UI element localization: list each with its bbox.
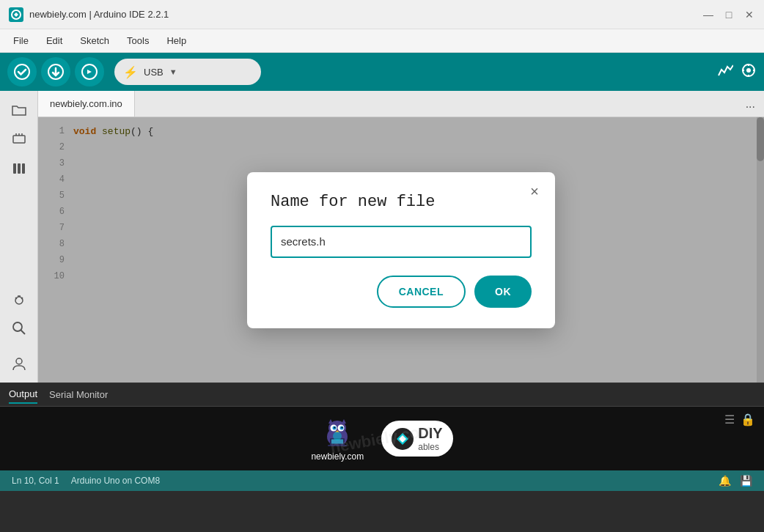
sidebar-library-icon[interactable] xyxy=(6,155,32,182)
toolbar-right xyxy=(717,62,757,82)
svg-point-22 xyxy=(13,322,22,331)
svg-point-1 xyxy=(15,64,29,79)
window-title: newbiely.com | Arduino IDE 2.2.1 xyxy=(29,9,697,20)
svg-rect-10 xyxy=(13,136,25,143)
window-controls: — □ ✕ xyxy=(702,9,755,21)
toolbar: ⚡ USB ▼ xyxy=(0,53,764,91)
svg-rect-37 xyxy=(328,445,347,446)
bottom-right-icons: ☰ 🔒 xyxy=(724,413,755,426)
status-bar-right: 🔔 💾 xyxy=(719,475,752,487)
sidebar-profile-icon[interactable] xyxy=(6,350,32,377)
cursor-position: Ln 10, Col 1 xyxy=(12,476,59,486)
port-label: USB xyxy=(144,67,164,78)
app-logo xyxy=(9,7,23,22)
serial-monitor-button[interactable] xyxy=(741,62,757,82)
modal-buttons: CANCEL OK xyxy=(271,276,532,308)
bottom-logo-area: newbiely.com DIY ables xyxy=(311,416,452,462)
list-icon[interactable]: ☰ xyxy=(724,413,735,426)
menu-file[interactable]: File xyxy=(6,32,36,49)
svg-rect-15 xyxy=(18,163,21,174)
main-area: newbiely.com.ino ... newbiely.com 1 void… xyxy=(0,91,764,383)
bottom-tab-bar: Output Serial Monitor xyxy=(0,383,764,407)
modal-title: Name for new file xyxy=(271,193,532,211)
code-editor[interactable]: newbiely.com 1 void setup() { 2 3 4 5 6 xyxy=(38,117,764,383)
modal-close-button[interactable]: × xyxy=(526,184,543,202)
owl-icon xyxy=(319,416,356,448)
svg-point-5 xyxy=(746,68,751,73)
title-bar: newbiely.com | Arduino IDE 2.2.1 — □ ✕ xyxy=(0,0,764,29)
board-port: Arduino Uno on COM8 xyxy=(71,476,160,486)
debug-button[interactable] xyxy=(75,57,104,86)
ok-button[interactable]: OK xyxy=(474,276,532,308)
port-selector[interactable]: ⚡ USB ▼ xyxy=(114,59,261,85)
svg-line-23 xyxy=(21,330,25,335)
sidebar-search-icon[interactable] xyxy=(6,315,32,341)
usb-icon: ⚡ xyxy=(123,65,138,79)
svg-marker-28 xyxy=(342,419,346,424)
serial-plotter-button[interactable] xyxy=(717,62,733,82)
modal-overlay: Name for new file × CANCEL OK xyxy=(38,117,764,383)
lock-icon[interactable]: 🔒 xyxy=(741,413,755,426)
sidebar-debug-icon[interactable] xyxy=(6,286,32,312)
svg-point-33 xyxy=(334,426,336,428)
diyables-badge: DIY ables xyxy=(381,421,452,457)
menu-tools[interactable]: Tools xyxy=(120,32,156,49)
bottom-tab-output[interactable]: Output xyxy=(9,385,37,404)
editor-tab[interactable]: newbiely.com.ino xyxy=(38,91,135,117)
tab-bar: newbiely.com.ino ... xyxy=(38,91,764,117)
newbiely-logo: newbiely.com xyxy=(311,416,364,462)
svg-rect-16 xyxy=(22,163,25,174)
cancel-button[interactable]: CANCEL xyxy=(377,276,466,308)
svg-rect-14 xyxy=(13,163,16,174)
tab-more-button[interactable]: ... xyxy=(737,97,764,111)
upload-button[interactable] xyxy=(41,57,70,86)
menu-sketch[interactable]: Sketch xyxy=(73,32,117,49)
bottom-content: newbiely.com xyxy=(0,407,764,470)
new-file-dialog: Name for new file × CANCEL OK xyxy=(247,172,555,328)
diy-text: DIY xyxy=(418,425,442,442)
ables-text: ables xyxy=(418,442,442,452)
close-button[interactable]: ✕ xyxy=(743,9,755,21)
newbiely-text: newbiely.com xyxy=(311,451,364,462)
dropdown-arrow-icon: ▼ xyxy=(169,67,177,76)
filename-input[interactable] xyxy=(271,226,532,258)
menu-bar: File Edit Sketch Tools Help xyxy=(0,29,764,53)
notification-icon[interactable]: 🔔 xyxy=(719,475,731,487)
svg-point-34 xyxy=(342,426,343,428)
sidebar xyxy=(0,91,38,383)
menu-help[interactable]: Help xyxy=(159,32,194,49)
settings-icon[interactable]: 💾 xyxy=(740,475,752,487)
sidebar-folder-icon[interactable] xyxy=(6,97,32,123)
sidebar-boards-icon[interactable] xyxy=(6,126,32,152)
bottom-tab-serial-monitor[interactable]: Serial Monitor xyxy=(49,386,108,403)
status-bar: Ln 10, Col 1 Arduino Uno on COM8 🔔 💾 xyxy=(0,470,764,491)
tab-filename: newbiely.com.ino xyxy=(50,98,122,109)
svg-point-24 xyxy=(16,358,22,364)
menu-edit[interactable]: Edit xyxy=(39,32,70,49)
maximize-button[interactable]: □ xyxy=(723,9,735,21)
bottom-panel: Output Serial Monitor newbiely.com xyxy=(0,383,764,470)
editor-area: newbiely.com.ino ... newbiely.com 1 void… xyxy=(38,91,764,383)
svg-point-39 xyxy=(333,432,342,440)
svg-marker-27 xyxy=(328,419,333,424)
minimize-button[interactable]: — xyxy=(702,9,714,21)
diyables-logo-circle xyxy=(392,428,414,450)
verify-button[interactable] xyxy=(7,57,37,86)
